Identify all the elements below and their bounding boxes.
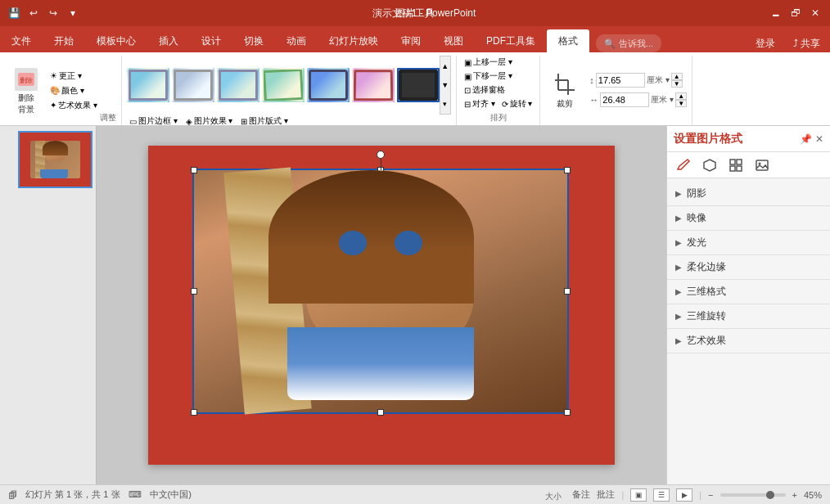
login-button[interactable]: 登录 (749, 35, 782, 52)
photo-eye-left (339, 231, 367, 255)
comments-button[interactable]: 批注 (597, 488, 615, 501)
tab-animation[interactable]: 动画 (275, 29, 318, 52)
slide-canvas[interactable] (148, 146, 615, 465)
undo-icon[interactable]: ↩ (26, 6, 41, 20)
style-thumb-2[interactable] (172, 68, 214, 102)
tab-format[interactable]: 格式 (547, 29, 589, 52)
section-3d-rotation: ▶ 三维旋转 (667, 304, 830, 329)
handle-bc[interactable] (377, 409, 384, 416)
tab-slideshow[interactable]: 幻灯片放映 (318, 29, 390, 52)
tab-view[interactable]: 视图 (432, 29, 475, 52)
section-glow-label: 发光 (687, 236, 706, 250)
svg-point-14 (759, 162, 761, 164)
align-button[interactable]: ⊟ 对齐 ▾ (462, 97, 498, 110)
restore-button[interactable]: 🗗 (787, 5, 804, 21)
customize-icon[interactable]: ▾ (65, 6, 80, 20)
style-thumb-5[interactable] (307, 68, 350, 102)
slide-show-button[interactable]: ▶ (676, 488, 692, 502)
tab-home[interactable]: 开始 (43, 29, 85, 52)
styles-scroll-button[interactable]: ▲ ▼ ▾ (440, 56, 451, 115)
remove-bg-button[interactable]: 删除 删除背景 (8, 57, 44, 124)
handle-tl[interactable] (191, 167, 197, 173)
tab-transition[interactable]: 切换 (232, 29, 275, 52)
section-3d-rotation-header[interactable]: ▶ 三维旋转 (667, 304, 830, 328)
crop-icon (552, 72, 578, 98)
handle-tr[interactable] (564, 167, 571, 173)
section-shadow-header[interactable]: ▶ 阴影 (667, 182, 830, 205)
section-art-effect-header[interactable]: ▶ 艺术效果 (667, 329, 830, 353)
width-spin[interactable]: ▲ ▼ (675, 92, 687, 107)
crop-button[interactable]: 裁剪 (545, 57, 584, 124)
layout-icon: ⊞ (241, 117, 247, 126)
remove-bg-label: 删除背景 (18, 92, 34, 115)
style-thumb-7[interactable] (397, 68, 440, 102)
selection-pane-button[interactable]: ⊡ 选择窗格 (462, 83, 535, 97)
tab-template[interactable]: 模板中心 (85, 29, 147, 52)
right-panel-title: 设置图片格式 (674, 132, 742, 146)
panel-icon-grid[interactable] (726, 155, 746, 175)
panel-icon-hexagon[interactable] (700, 155, 719, 175)
slide-info: 幻灯片 第 1 张，共 1 张 (25, 488, 120, 501)
tab-design[interactable]: 设计 (190, 29, 232, 52)
style-thumb-4[interactable] (262, 68, 304, 102)
height-up[interactable]: ▲ (671, 73, 683, 80)
height-down[interactable]: ▼ (671, 80, 683, 88)
art-effect-button[interactable]: ✦ 艺术效果 ▾ (47, 99, 100, 112)
handle-mr[interactable] (564, 288, 571, 295)
tab-insert[interactable]: 插入 (147, 29, 190, 52)
redo-icon[interactable]: ↪ (46, 6, 61, 20)
section-soft-edge-header[interactable]: ▶ 柔化边缘 (667, 255, 830, 279)
width-down[interactable]: ▼ (675, 100, 687, 107)
tab-file[interactable]: 文件 (0, 29, 43, 52)
section-3d-rotation-label: 三维旋转 (687, 309, 726, 323)
bring-forward-button[interactable]: ▣ 上移一层 ▾ (462, 56, 535, 69)
slide-thumbnail-1[interactable] (18, 131, 92, 188)
correction-button[interactable]: ☀ 更正 ▾ (47, 70, 100, 83)
panel-icon-image[interactable] (752, 155, 772, 175)
section-reflection-label: 映像 (687, 211, 706, 225)
notes-button[interactable]: 备注 (572, 488, 590, 501)
right-panel-close[interactable]: ✕ (815, 133, 823, 145)
tab-pdf[interactable]: PDF工具集 (475, 29, 547, 52)
section-reflection-header[interactable]: ▶ 映像 (667, 206, 830, 230)
width-up[interactable]: ▲ (675, 92, 687, 100)
outline-view-button[interactable]: ☰ (653, 488, 670, 502)
svg-rect-10 (737, 160, 742, 164)
right-panel-header: 设置图片格式 📌 ✕ (667, 126, 830, 152)
send-backward-button[interactable]: ▣ 下移一层 ▾ (462, 70, 535, 83)
size-group-label: 大小 (545, 489, 562, 502)
height-input[interactable]: 17.65 (596, 73, 645, 88)
width-input[interactable]: 26.48 (600, 92, 649, 107)
handle-bl[interactable] (191, 409, 197, 416)
arrow-reflection: ▶ (675, 214, 682, 223)
handle-br[interactable] (564, 409, 571, 416)
language-icon: ⌨ (129, 489, 142, 500)
tab-review[interactable]: 审阅 (390, 29, 432, 52)
panel-icon-pen[interactable] (674, 155, 693, 175)
zoom-slider[interactable] (720, 493, 786, 497)
save-icon[interactable]: 💾 (7, 6, 21, 20)
rotate-handle[interactable] (377, 151, 385, 159)
zoom-thumb[interactable] (766, 491, 774, 499)
style-thumb-1[interactable] (127, 68, 169, 102)
handle-ml[interactable] (191, 288, 197, 295)
normal-view-button[interactable]: ▣ (630, 488, 647, 502)
color-button[interactable]: 🎨 颜色 ▾ (47, 84, 100, 97)
close-button[interactable]: ✕ (807, 5, 823, 21)
minimize-button[interactable]: 🗕 (768, 5, 784, 21)
section-glow-header[interactable]: ▶ 发光 (667, 231, 830, 254)
tab-bar: 文件 开始 模板中心 插入 设计 切换 动画 幻灯片放映 审阅 视图 PDF工具… (0, 26, 830, 52)
image-frame[interactable] (192, 169, 569, 414)
rotate-button[interactable]: ⟳ 旋转 ▾ (499, 97, 535, 110)
tell-me-box[interactable]: 🔍 告诉我... (596, 34, 661, 52)
style-thumb-6[interactable] (352, 68, 395, 102)
style-thumb-3[interactable] (217, 68, 259, 102)
svg-marker-7 (678, 160, 689, 169)
height-spin[interactable]: ▲ ▼ (671, 73, 683, 88)
share-button[interactable]: ⤴ 共享 (787, 35, 827, 52)
section-3d-format-header[interactable]: ▶ 三维格式 (667, 280, 830, 304)
zoom-minus-icon[interactable]: − (708, 490, 713, 500)
zoom-level[interactable]: 45% (804, 490, 822, 500)
zoom-plus-icon[interactable]: + (792, 490, 797, 500)
pin-icon[interactable]: 📌 (800, 133, 812, 145)
